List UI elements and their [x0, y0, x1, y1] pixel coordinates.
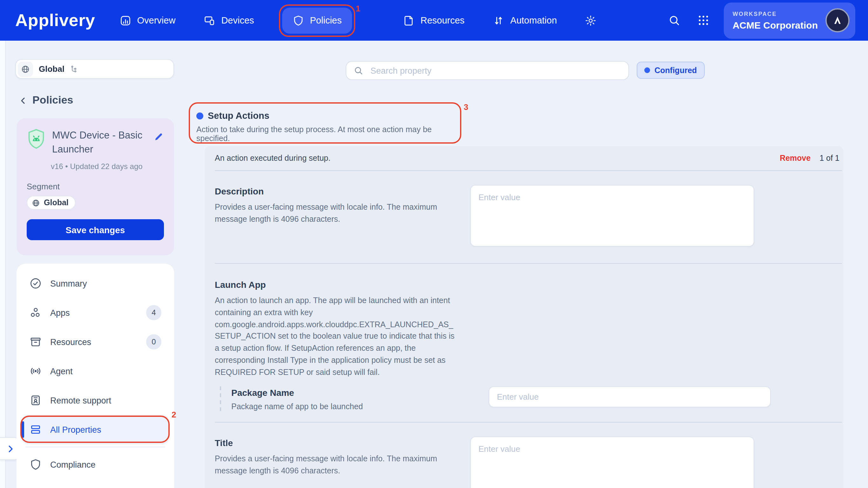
- property-search: [346, 61, 629, 80]
- sidebar-item-remote-support[interactable]: Remote support: [22, 386, 169, 415]
- org-scope-selector[interactable]: Global: [15, 59, 174, 79]
- sidebar-item-agent[interactable]: Agent: [22, 357, 169, 386]
- description-textarea[interactable]: [470, 185, 754, 247]
- app-grid-button[interactable]: [697, 14, 710, 27]
- chevron-left-icon: [19, 96, 28, 105]
- apps-count-badge: 4: [146, 305, 161, 320]
- workspace-name: ACME Corporation: [733, 20, 818, 30]
- document-icon: [403, 14, 414, 26]
- nav-item-overview[interactable]: Overview: [120, 14, 176, 26]
- collapsed-tree-rail: [0, 41, 6, 488]
- remove-action-link[interactable]: Remove: [780, 154, 810, 163]
- org-scope-label: Global: [39, 64, 64, 74]
- tree-icon: [69, 64, 79, 73]
- menu-divider: [25, 447, 165, 447]
- configured-filter-chip[interactable]: Configured: [637, 62, 704, 79]
- nav-label: Devices: [221, 15, 254, 25]
- segment-value: Global: [44, 198, 69, 207]
- globe-icon: [21, 64, 30, 73]
- screen: Applivery Overview Devices Policies 1 Re…: [0, 0, 868, 488]
- annotation-number-3: 3: [464, 102, 468, 112]
- sidebar-item-label: Apps: [50, 308, 70, 317]
- sidebar-item-summary[interactable]: Summary: [22, 269, 169, 298]
- shield-icon: [29, 458, 42, 471]
- nav-item-resources[interactable]: Resources: [403, 14, 465, 26]
- nav-label: Overview: [137, 15, 176, 25]
- setup-actions-section: Setup Actions Action to take during the …: [189, 102, 461, 144]
- back-title: Policies: [32, 94, 73, 107]
- segment-chip[interactable]: Global: [27, 196, 75, 210]
- settings-button[interactable]: [585, 14, 597, 26]
- back-to-policies[interactable]: Policies: [19, 94, 73, 107]
- nav-item-policies[interactable]: Policies: [282, 7, 352, 33]
- field-label: Description: [215, 186, 455, 196]
- sidebar-item-label: Resources: [50, 337, 91, 346]
- sidebar-item-label: All Properties: [50, 425, 101, 434]
- field-launch-app: Launch App An action to launch an app. T…: [205, 264, 843, 422]
- chevron-right-icon: [5, 444, 15, 453]
- applivery-a-icon: [831, 14, 844, 27]
- sidebar-item-all-properties[interactable]: All Properties: [22, 415, 169, 444]
- top-navbar: Applivery Overview Devices Policies 1 Re…: [0, 0, 868, 41]
- globe-icon: [32, 199, 40, 207]
- globe-iconbox: [18, 61, 33, 77]
- field-help: Provides a user-facing message with loca…: [215, 202, 455, 225]
- field-help: Provides a user-facing message with loca…: [215, 453, 455, 477]
- sidebar-item-apps[interactable]: Apps 4: [22, 298, 169, 327]
- shield-icon: [292, 14, 304, 26]
- segment-label: Segment: [27, 182, 164, 191]
- search-icon: [353, 65, 364, 75]
- sidebar-item-resources[interactable]: Resources 0: [22, 327, 169, 357]
- android-policy-shield-icon: [27, 128, 46, 151]
- field-label: Title: [215, 438, 455, 448]
- title-textarea[interactable]: [470, 437, 754, 488]
- devices-icon: [203, 14, 215, 26]
- nav-item-devices[interactable]: Devices: [203, 14, 254, 26]
- panel-header-text: An action executed during setup.: [215, 154, 331, 163]
- setup-action-panel: An action executed during setup. Remove …: [205, 146, 843, 488]
- edit-pencil-icon[interactable]: [154, 131, 164, 142]
- policy-title: MWC Device - Basic Launcher: [52, 128, 148, 156]
- workspace-text: WORKSPACE ACME Corporation: [733, 10, 818, 30]
- archive-box-icon: [29, 336, 42, 348]
- apps-circles-icon: [29, 306, 42, 319]
- workspace-switcher[interactable]: WORKSPACE ACME Corporation: [724, 2, 855, 38]
- policy-summary-card: MWC Device - Basic Launcher v16 • Update…: [17, 118, 174, 255]
- search-icon: [668, 14, 681, 27]
- field-help: An action to launch an app. The app will…: [215, 295, 455, 378]
- workspace-eyebrow: WORKSPACE: [733, 10, 818, 17]
- workspace-avatar: [826, 8, 849, 32]
- package-name-input[interactable]: [489, 387, 771, 407]
- field-help: Package name of app to be launched: [231, 402, 455, 411]
- configured-label: Configured: [654, 66, 697, 75]
- gear-icon: [585, 14, 597, 26]
- grid-dots-icon: [697, 14, 710, 27]
- nav-label: Policies: [310, 15, 342, 25]
- navbar-right-cluster: WORKSPACE ACME Corporation: [651, 2, 855, 38]
- field-description: Description Provides a user-facing messa…: [205, 171, 843, 263]
- field-title: Title Provides a user-facing message wit…: [205, 423, 843, 488]
- applivery-logo[interactable]: Applivery: [15, 10, 95, 30]
- sidebar-item-label: Agent: [50, 366, 73, 376]
- sidebar-item-label: Compliance: [50, 460, 96, 469]
- field-label: Launch App: [215, 280, 455, 290]
- configured-property-dot-icon: [196, 112, 203, 119]
- pagination-indicator: 1 of 1: [819, 154, 839, 163]
- field-package-name: Package Name Package name of app to be l…: [220, 387, 843, 411]
- nav-item-automation[interactable]: Automation: [492, 14, 557, 26]
- annotation-number-1: 1: [355, 3, 360, 13]
- field-label: Package Name: [231, 388, 455, 398]
- sidebar-item-partial[interactable]: [22, 479, 169, 488]
- search-button[interactable]: [668, 14, 681, 27]
- nav-label: Automation: [510, 15, 557, 25]
- sidebar-item-label: Remote support: [50, 396, 111, 405]
- list-rows-icon: [29, 423, 42, 436]
- configured-dot-icon: [644, 67, 650, 73]
- section-title: Setup Actions: [208, 111, 270, 121]
- broadcast-icon: [29, 365, 42, 377]
- sidebar-item-compliance[interactable]: Compliance: [22, 450, 169, 479]
- section-description: Action to take during the setup process.…: [196, 125, 461, 143]
- search-property-input[interactable]: [346, 61, 629, 80]
- check-circle-icon: [29, 277, 42, 290]
- save-changes-button[interactable]: Save changes: [27, 219, 164, 240]
